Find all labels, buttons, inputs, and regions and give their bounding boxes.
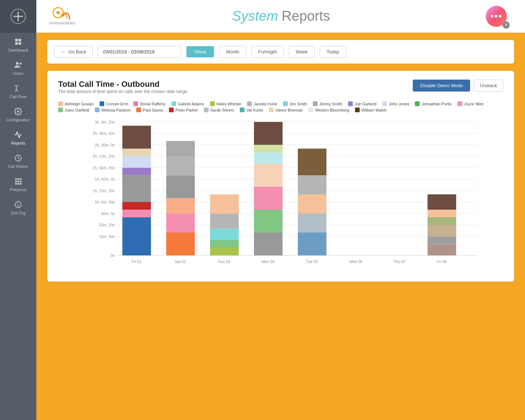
svg-text:Fri 08: Fri 08 xyxy=(437,259,447,264)
svg-rect-49 xyxy=(122,217,151,255)
sidebar-item-dashboard[interactable]: Dashboard xyxy=(0,33,36,56)
svg-rect-51 xyxy=(122,202,151,210)
legend-item: Jules Garfield xyxy=(58,108,89,112)
svg-rect-60 xyxy=(166,175,195,198)
title-area: System Reports xyxy=(232,8,330,24)
logo-icon: communications at work xyxy=(47,5,76,27)
svg-text:Wed 06: Wed 06 xyxy=(349,259,362,264)
legend-label: Donal Rafferty xyxy=(140,102,165,106)
svg-rect-62 xyxy=(166,141,195,156)
legend-item: Sarah Silvers xyxy=(204,108,234,112)
legend-color-swatch xyxy=(58,108,63,112)
legend-item: Gabriel Adams xyxy=(171,101,204,106)
legend-color-swatch xyxy=(136,108,141,112)
sidebar-item-callhistory[interactable]: Call History xyxy=(0,149,36,172)
legend-color-swatch xyxy=(382,101,387,106)
legend-item: Vance Brennan xyxy=(269,108,303,112)
legend-color-swatch xyxy=(355,108,360,112)
legend-item: John Jones xyxy=(382,101,409,106)
svg-rect-55 xyxy=(122,149,151,156)
svg-rect-54 xyxy=(122,156,151,168)
svg-rect-65 xyxy=(210,229,239,241)
sidebar: Dashboard Users Call Flow Configuration … xyxy=(0,0,36,420)
legend-item: Jacinta Irvine xyxy=(247,101,277,106)
svg-text:Sat 02: Sat 02 xyxy=(175,259,186,264)
svg-text:Tue 05: Tue 05 xyxy=(306,259,318,264)
help-button[interactable]: ? xyxy=(502,21,510,29)
sidebar-item-users[interactable]: Users xyxy=(0,56,36,79)
svg-text:Thu 07: Thu 07 xyxy=(394,259,406,264)
today-button[interactable]: Today xyxy=(320,46,346,58)
legend-color-swatch xyxy=(210,101,215,106)
svg-text:1h, 40m, 0s: 1h, 40m, 0s xyxy=(95,177,115,181)
sidebar-item-exitorg[interactable]: Exit Org xyxy=(0,195,36,219)
chart-header: Total Call Time - Outbound The total amo… xyxy=(58,80,503,99)
fortnight-button[interactable]: Fortnight xyxy=(251,46,284,58)
main-content: communications at work System Reports ? … xyxy=(36,0,525,420)
add-button[interactable] xyxy=(0,0,36,33)
legend-label: Jules Garfield xyxy=(65,108,89,112)
svg-rect-61 xyxy=(166,156,195,175)
svg-rect-76 xyxy=(298,214,327,233)
svg-rect-10 xyxy=(15,178,17,180)
svg-rect-59 xyxy=(166,198,195,214)
svg-rect-53 xyxy=(122,168,151,175)
legend-item: Jim Smith xyxy=(283,101,307,106)
legend-item: Joe Garland xyxy=(348,101,376,106)
sidebar-item-presence[interactable]: Presence xyxy=(0,172,36,195)
date-range-input[interactable] xyxy=(98,46,181,58)
legend-item: Weston Bloomberg xyxy=(308,108,349,112)
svg-point-8 xyxy=(20,63,21,65)
disable-demo-button[interactable]: Disable Demo Mode xyxy=(413,80,470,92)
month-button[interactable]: Month xyxy=(219,46,246,58)
sidebar-item-configuration[interactable]: Configuration xyxy=(0,102,36,126)
legend-color-swatch xyxy=(348,101,353,106)
chart-legend: Ashleigh GowanConner ErritDonal Rafferty… xyxy=(58,101,503,112)
svg-rect-81 xyxy=(428,237,456,244)
svg-rect-78 xyxy=(298,175,327,195)
legend-label: Jacinta Irvine xyxy=(254,102,277,106)
legend-label: Jim Smith xyxy=(290,102,307,106)
chart-actions: Disable Demo Mode Unstack xyxy=(413,80,503,92)
chart-card: Total Call Time - Outbound The total amo… xyxy=(47,71,514,282)
svg-text:1h, 6m, 40s: 1h, 6m, 40s xyxy=(95,200,115,204)
legend-color-swatch xyxy=(240,108,245,112)
legend-color-swatch xyxy=(100,101,104,106)
legend-label: Haley Whelan xyxy=(217,102,241,106)
svg-rect-75 xyxy=(298,233,327,255)
svg-rect-68 xyxy=(254,233,283,255)
svg-rect-64 xyxy=(210,240,239,248)
content-area: ← Go Back Show Month Fortnight Week Toda… xyxy=(36,33,525,420)
legend-label: William Walsh xyxy=(362,108,387,112)
legend-label: Joyce Weir xyxy=(464,102,484,106)
svg-text:1h, 23m, 20s: 1h, 23m, 20s xyxy=(93,189,115,193)
svg-rect-69 xyxy=(254,210,283,233)
week-button[interactable]: Week xyxy=(289,46,315,58)
avatar-dots xyxy=(491,15,501,17)
legend-label: Joe Garland xyxy=(355,102,376,106)
svg-rect-82 xyxy=(428,225,456,237)
go-back-button[interactable]: ← Go Back xyxy=(54,46,93,58)
legend-color-swatch xyxy=(169,108,174,112)
legend-color-swatch xyxy=(457,101,462,106)
svg-rect-16 xyxy=(15,183,17,185)
legend-color-swatch xyxy=(283,101,288,106)
top-header: communications at work System Reports ? xyxy=(36,0,525,33)
legend-item: Joyce Weir xyxy=(457,101,484,106)
legend-item: Peter Parker xyxy=(169,108,198,112)
unstack-button[interactable]: Unstack xyxy=(474,80,503,92)
svg-rect-74 xyxy=(254,122,283,145)
show-button[interactable]: Show xyxy=(186,46,214,57)
svg-text:0s: 0s xyxy=(111,253,115,258)
sidebar-item-callflow[interactable]: Call Flow xyxy=(0,79,36,102)
legend-color-swatch xyxy=(308,108,313,112)
svg-rect-18 xyxy=(20,183,22,185)
legend-color-swatch xyxy=(247,101,252,106)
svg-text:2h, 30m, 0s: 2h, 30m, 0s xyxy=(95,143,115,147)
legend-item: Melissa Paulson xyxy=(95,108,130,112)
svg-rect-66 xyxy=(210,214,239,229)
back-arrow-icon: ← xyxy=(61,49,65,54)
sidebar-item-reports[interactable]: Reports xyxy=(0,126,36,149)
legend-label: Conner Errit xyxy=(106,102,128,106)
legend-item: Ashleigh Gowan xyxy=(58,101,94,106)
